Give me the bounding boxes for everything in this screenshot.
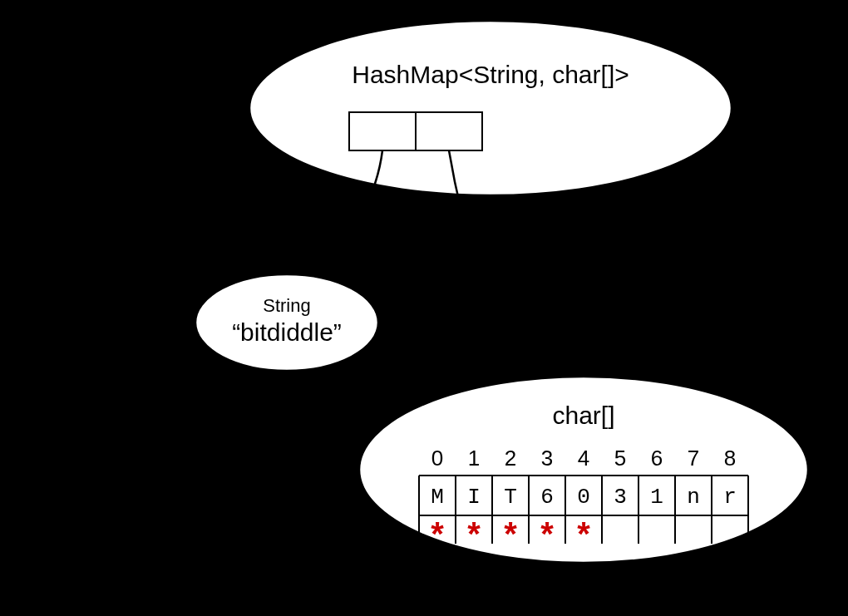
chararray-cell: n: [687, 485, 700, 510]
chararray-indices: 012345678: [431, 446, 736, 471]
chararray-type-label: char[]: [552, 402, 614, 429]
chararray-cell: r: [723, 485, 737, 510]
chararray-index: 3: [541, 446, 553, 471]
chararray-cell: I: [467, 485, 481, 510]
string-value: “bitdiddle”: [232, 318, 342, 346]
hashmap-ellipse: [249, 21, 732, 195]
chararray-cell: M: [431, 485, 444, 510]
chararray-cell: 3: [614, 485, 627, 510]
chararray-cell: T: [504, 485, 517, 510]
asterisk-mark: *: [467, 515, 481, 552]
chararray-index: 2: [505, 446, 516, 471]
chararray-cell: 6: [540, 485, 554, 510]
asterisk-mark: *: [577, 515, 590, 552]
string-type-label: String: [263, 295, 310, 316]
chararray-index: 0: [431, 446, 443, 471]
asterisk-mark: *: [431, 515, 444, 552]
chararray-index: 4: [578, 446, 589, 471]
chararray-cell: 1: [650, 485, 663, 510]
asterisk-mark: *: [504, 515, 517, 552]
asterisk-mark: *: [540, 515, 554, 552]
chararray-cell: 0: [577, 485, 590, 510]
chararray-index: 8: [724, 446, 736, 471]
chararray-index: 6: [651, 446, 663, 471]
chararray-index: 7: [688, 446, 699, 471]
hashmap-title: HashMap<String, char[]>: [352, 61, 629, 88]
chararray-index: 5: [614, 446, 626, 471]
chararray-index: 1: [468, 446, 480, 471]
